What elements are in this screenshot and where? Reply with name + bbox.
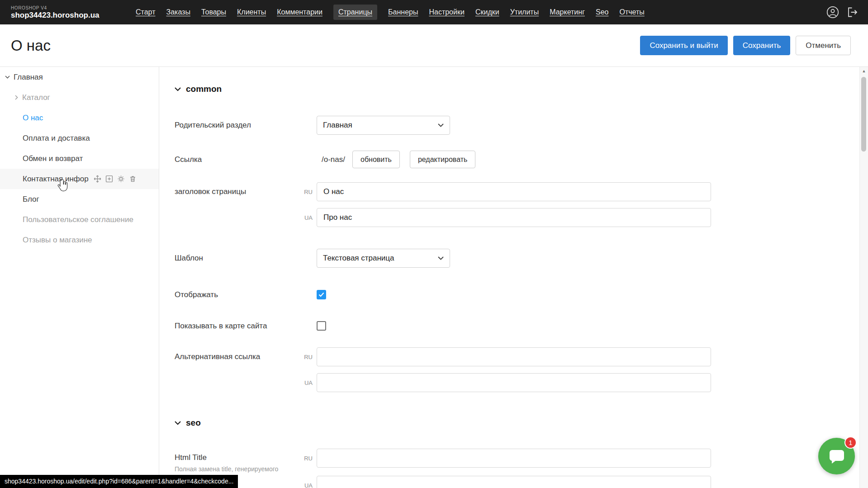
select-value: Главная xyxy=(323,121,352,130)
tree-item-actions xyxy=(94,175,137,183)
add-page-icon[interactable] xyxy=(105,175,113,183)
brand[interactable]: HOROSHOP V4 shop34423.horoshop.ua xyxy=(0,5,136,19)
chat-widget-button[interactable]: 1 xyxy=(818,438,855,474)
chevron-down-icon[interactable] xyxy=(5,76,10,79)
parent-section-row: Родительский раздел Главная xyxy=(175,116,859,135)
scroll-up-arrow-icon[interactable]: ▲ xyxy=(860,67,868,75)
field-label: Ссылка xyxy=(175,155,317,164)
page-heading-ua-input[interactable] xyxy=(317,208,711,227)
brand-domain: shop34423.horoshop.ua xyxy=(11,11,136,19)
chevron-down-icon xyxy=(175,421,181,425)
menu-item-nastroyki[interactable]: Настройки xyxy=(429,8,464,16)
brand-version: HOROSHOP V4 xyxy=(11,5,136,11)
account-icon[interactable] xyxy=(826,6,839,19)
chevron-down-icon xyxy=(438,256,444,260)
tree-item-label: Отзывы о магазине xyxy=(23,236,92,245)
menu-item-skidki[interactable]: Скидки xyxy=(475,8,499,16)
field-label: Отображать xyxy=(175,290,317,299)
section-seo[interactable]: seo xyxy=(175,418,859,428)
page-heading-row: заголовок страницы RU UA xyxy=(175,182,859,227)
page-header: О нас Сохранить и выйти Сохранить Отмени… xyxy=(0,24,868,67)
sidebar-item-obmen-i-vozvrat[interactable]: Обмен и возврат xyxy=(0,148,159,169)
logout-icon[interactable] xyxy=(846,6,858,18)
check-icon xyxy=(318,292,324,297)
field-label-block: Html Title Полная замена title, генериру… xyxy=(175,449,297,473)
delete-trash-icon[interactable] xyxy=(129,175,137,183)
section-title: seo xyxy=(186,418,201,428)
sidebar-item-o-nas[interactable]: О нас xyxy=(0,108,159,128)
section-title: common xyxy=(186,84,222,94)
field-label: Альтернативная ссылка xyxy=(175,347,297,366)
field-label: Шаблон xyxy=(175,254,317,263)
lang-ru-label: RU xyxy=(297,189,317,195)
cancel-button[interactable]: Отменить xyxy=(796,36,851,55)
lang-ru-label: RU xyxy=(297,455,317,462)
select-value: Текстовая страница xyxy=(323,254,394,263)
template-row: Шаблон Текстовая страница xyxy=(175,249,859,268)
alt-link-ru-input[interactable] xyxy=(317,347,711,366)
html-title-row: Html Title Полная замена title, генериру… xyxy=(175,449,859,488)
html-title-ua-input[interactable] xyxy=(317,476,711,488)
menu-item-seo[interactable]: Seo xyxy=(596,8,608,16)
sidebar-item-blog[interactable]: Блог xyxy=(0,189,159,209)
menu-item-start[interactable]: Старт xyxy=(136,8,155,16)
move-icon[interactable] xyxy=(94,175,101,183)
link-refresh-button[interactable]: обновить xyxy=(352,151,400,168)
menu-item-marketing[interactable]: Маркетинг xyxy=(550,8,585,16)
menu-item-tovary[interactable]: Товары xyxy=(201,8,226,16)
menu-item-otchety[interactable]: Отчеты xyxy=(619,8,644,16)
settings-gear-icon[interactable] xyxy=(117,175,125,183)
chevron-right-icon[interactable] xyxy=(15,95,18,100)
sidebar-item-otzyvy-o-magazine[interactable]: Отзывы о магазине xyxy=(0,230,159,250)
tree-item-label: Пользовательское соглашение xyxy=(23,215,133,224)
page-edit-form: common Родительский раздел Главная Ссылк… xyxy=(159,67,859,488)
tree-item-label: О нас xyxy=(23,114,43,123)
save-button[interactable]: Сохранить xyxy=(733,36,790,55)
sitemap-row: Показывать в карте сайта xyxy=(175,321,859,331)
tree-item-label: Обмен и возврат xyxy=(23,154,83,163)
menu-item-bannery[interactable]: Баннеры xyxy=(388,8,418,16)
link-path-value: /o-nas/ xyxy=(317,155,345,164)
parent-section-select[interactable]: Главная xyxy=(317,116,450,135)
link-row: Ссылка /o-nas/ обновить редактировать xyxy=(175,151,859,168)
topbar-actions xyxy=(826,6,868,19)
lang-ru-label: RU xyxy=(297,354,317,360)
link-edit-button[interactable]: редактировать xyxy=(410,151,475,168)
sidebar-item-kontaktnaya-infor[interactable]: Контактная инфор xyxy=(0,169,159,189)
menu-item-zakazy[interactable]: Заказы xyxy=(166,8,190,16)
menu-item-klienty[interactable]: Клиенты xyxy=(237,8,266,16)
field-label: Html Title xyxy=(175,453,297,462)
section-common[interactable]: common xyxy=(175,84,859,94)
sidebar-item-katalog[interactable]: Каталог xyxy=(0,87,159,108)
status-url: shop34423.horoshop.ua/edit/edit.php?id=6… xyxy=(0,475,238,488)
tree-item-label: Каталог xyxy=(22,93,50,102)
sitemap-checkbox[interactable] xyxy=(317,321,326,331)
menu-item-stranitsy[interactable]: Страницы xyxy=(333,5,377,20)
lang-ua-label: UA xyxy=(297,379,317,386)
chat-badge: 1 xyxy=(844,436,857,449)
display-checkbox[interactable] xyxy=(317,290,326,299)
menu-item-utility[interactable]: Утилиты xyxy=(510,8,539,16)
alt-link-ua-input[interactable] xyxy=(317,373,711,392)
page-title: О нас xyxy=(11,37,51,54)
page-heading-ru-input[interactable] xyxy=(317,182,711,201)
sidebar-item-glavnaya[interactable]: Главная xyxy=(0,67,159,87)
scrollbar-thumb[interactable] xyxy=(861,77,866,152)
tree-item-label: Главная xyxy=(14,73,43,82)
template-select[interactable]: Текстовая страница xyxy=(317,249,450,268)
field-note: Полная замена title, генерируемого xyxy=(175,465,297,473)
vertical-scrollbar[interactable]: ▲ xyxy=(859,67,868,488)
tree-item-label: Оплата и доставка xyxy=(23,134,90,143)
tree-item-label: Контактная инфор xyxy=(23,175,89,184)
lang-ua-label: UA xyxy=(297,214,317,221)
html-title-ru-input[interactable] xyxy=(317,449,711,468)
field-label: заголовок страницы xyxy=(175,182,297,201)
display-row: Отображать xyxy=(175,290,859,299)
field-label: Показывать в карте сайта xyxy=(175,322,317,331)
field-label: Родительский раздел xyxy=(175,121,317,130)
chevron-down-icon xyxy=(438,123,444,127)
sidebar-item-oplata-i-dostavka[interactable]: Оплата и доставка xyxy=(0,128,159,148)
sidebar-item-polzovatelskoe-soglashenie[interactable]: Пользовательское соглашение xyxy=(0,209,159,230)
menu-item-kommentarii[interactable]: Комментарии xyxy=(277,8,323,16)
save-and-exit-button[interactable]: Сохранить и выйти xyxy=(640,36,727,55)
